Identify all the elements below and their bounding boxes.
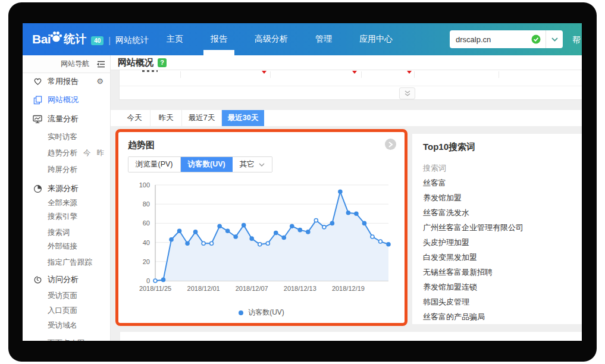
top10-column-header: 搜索词	[423, 161, 582, 175]
svg-text:2018/12/19: 2018/12/19	[332, 285, 365, 292]
sidebar-item-visited-domains[interactable]: 受访域名	[23, 318, 111, 332]
metrics-column-divider	[270, 71, 271, 78]
baidu-paw-icon	[49, 31, 63, 42]
heart-icon	[33, 77, 42, 86]
svg-text:2018/12/13: 2018/12/13	[284, 285, 316, 292]
svg-text:2018/12/01: 2018/12/01	[187, 285, 220, 292]
sidebar-item-site-overview[interactable]: 网站概况	[23, 93, 111, 107]
svg-text:20: 20	[143, 258, 150, 265]
site-selector[interactable]: drscalp.cn	[450, 30, 563, 48]
search-term-item[interactable]: 丝客富洗发水	[423, 205, 582, 220]
search-term-item[interactable]: 头皮护理加盟	[423, 235, 582, 250]
metrics-column-divider	[361, 71, 362, 78]
metric-toggle-group: 浏览量(PV) 访客数(UV) 其它	[128, 156, 272, 172]
search-term-item[interactable]: 白发变黑发加盟	[423, 250, 582, 265]
sidebar: 网站导航 常用报告 ⚙ 网站概况 流量分析 实时访客 趋势分析 今 昨 跨屏分析…	[23, 55, 111, 341]
spiral-icon	[33, 275, 42, 284]
browser-content: Bai 统计 40 | 网站统计 主页 报告 高级分析 管理 应用中心 drsc…	[23, 23, 582, 341]
monitor-chart-icon	[33, 114, 42, 124]
chevron-down-icon[interactable]	[546, 37, 563, 42]
toggle-visitors-uv[interactable]: 访客数(UV)	[181, 157, 233, 172]
search-term-item[interactable]: 丝客富	[423, 175, 582, 190]
date-range-tabs: 今天 昨天 最近7天 最近30天	[111, 110, 582, 126]
search-term-item[interactable]: 丝客富的产品骗局	[423, 309, 582, 324]
report-doc-icon	[33, 95, 42, 105]
search-term-item[interactable]: 无锡丝客富最新招聘	[423, 265, 582, 280]
baidu-tongji-logo[interactable]: Bai 统计 40 | 网站统计	[32, 23, 149, 55]
svg-text:0: 0	[146, 277, 150, 284]
sidebar-item-common-reports[interactable]: 常用报告 ⚙	[23, 74, 111, 89]
sidebar-item-visited-pages[interactable]: 受访页面	[23, 288, 111, 303]
sidebar-item-visit-analysis[interactable]: 访问分析	[23, 272, 111, 287]
trend-chart-title: 趋势图	[128, 140, 155, 151]
sidebar-item-all-sources[interactable]: 全部来源	[23, 196, 111, 210]
trend-today-link[interactable]: 今	[83, 148, 91, 158]
sidebar-item-entry-pages[interactable]: 入口页面	[23, 303, 111, 318]
legend-dot-icon	[239, 310, 243, 315]
search-term-item[interactable]: 韩国头皮管理	[423, 294, 582, 309]
top10-title: Top10搜索词	[423, 142, 582, 153]
sidebar-item-traffic-analysis[interactable]: 流量分析	[23, 112, 111, 126]
metrics-divider-line	[120, 86, 582, 86]
clipped-metric-text	[142, 70, 158, 72]
verified-check-icon	[531, 34, 541, 44]
main-menu: 主页 报告 高级分析 管理 应用中心	[162, 23, 397, 55]
next-panel-clipped	[120, 332, 582, 341]
search-term-item[interactable]: 广州丝客富企业管理有限公司	[423, 220, 582, 235]
help-link[interactable]: 帮	[572, 35, 581, 46]
sidebar-item-search-terms[interactable]: 搜索词	[23, 225, 111, 240]
main-area: 网站概况 ? 今天 昨天 最近7天 最近30天 趋势图	[111, 55, 582, 341]
sidebar-item-trend-analysis[interactable]: 趋势分析 今 昨	[23, 146, 111, 160]
metrics-column-divider	[414, 71, 415, 78]
menu-advanced-analytics[interactable]: 高级分析	[250, 23, 293, 55]
sidebar-item-search-engines[interactable]: 搜索引擎	[23, 209, 111, 224]
logo-text: Bai	[32, 32, 51, 46]
menu-app-center[interactable]: 应用中心	[355, 23, 397, 55]
highlight-annotation-box: 趋势图 浏览量(PV) 访客数(UV) 其它 0204060801002018/…	[115, 129, 407, 326]
sidebar-item-cross-screen[interactable]: 跨屏分析	[23, 162, 111, 177]
top10-search-terms-panel: Top10搜索词 搜索词 丝客富养发馆加盟丝客富洗发水广州丝客富企业管理有限公司…	[412, 134, 582, 324]
metric-down-arrow-icon	[262, 71, 267, 74]
collapse-sidebar-icon[interactable]	[97, 61, 105, 68]
svg-text:40: 40	[143, 239, 150, 246]
sidebar-header: 网站导航	[23, 55, 110, 73]
tab-today[interactable]: 今天	[119, 110, 151, 126]
toggle-pageviews-pv[interactable]: 浏览量(PV)	[128, 157, 181, 172]
tab-last-30-days[interactable]: 最近30天	[222, 110, 264, 126]
metrics-summary-panel-clipped	[119, 70, 582, 100]
gear-icon[interactable]: ⚙	[96, 77, 104, 86]
expand-metrics-button[interactable]	[399, 87, 415, 99]
sidebar-item-external-links[interactable]: 外部链接	[23, 239, 111, 253]
trend-more-arrow-icon[interactable]	[385, 139, 396, 150]
tab-yesterday[interactable]: 昨天	[151, 110, 182, 126]
page-header: 网站概况 ?	[111, 55, 582, 70]
site-selector-value: drscalp.cn	[450, 35, 531, 44]
search-term-item[interactable]: 养发馆加盟连锁	[423, 280, 582, 294]
logo-text-suffix: 统计	[64, 32, 86, 47]
help-question-badge[interactable]: ?	[158, 58, 167, 67]
svg-text:60: 60	[143, 219, 150, 227]
menu-management[interactable]: 管理	[311, 23, 337, 55]
svg-text:2018/11/25: 2018/11/25	[139, 285, 171, 292]
svg-text:100: 100	[139, 182, 150, 189]
metrics-column-divider	[180, 71, 181, 78]
sidebar-item-page-click-map[interactable]: 页面点击图	[23, 336, 111, 341]
sidebar-item-realtime-visitors[interactable]: 实时访客	[23, 130, 111, 144]
sidebar-item-source-analysis[interactable]: 来源分析	[23, 181, 111, 196]
top-nav: Bai 统计 40 | 网站统计 主页 报告 高级分析 管理 应用中心 drsc…	[23, 23, 582, 55]
trend-yesterday-link[interactable]: 昨	[97, 148, 105, 158]
toggle-other-metrics[interactable]: 其它	[233, 157, 272, 172]
search-term-item[interactable]: 养发馆加盟	[423, 190, 582, 205]
page-title: 网站概况	[118, 57, 153, 68]
pie-chart-icon	[33, 184, 42, 193]
logo-separator: |	[108, 36, 111, 45]
menu-home[interactable]: 主页	[162, 23, 188, 55]
sidebar-item-ad-tracking[interactable]: 指定广告跟踪	[23, 255, 111, 269]
metrics-column-divider	[499, 71, 499, 78]
sidebar-header-title: 网站导航	[61, 59, 89, 69]
metric-down-arrow-icon	[407, 71, 412, 74]
trend-chart[interactable]: 0204060801002018/11/252018/12/012018/12/…	[128, 182, 396, 300]
tab-last-7-days[interactable]: 最近7天	[182, 110, 222, 126]
menu-reports[interactable]: 报告	[206, 23, 232, 55]
chevron-down-icon	[259, 163, 265, 167]
